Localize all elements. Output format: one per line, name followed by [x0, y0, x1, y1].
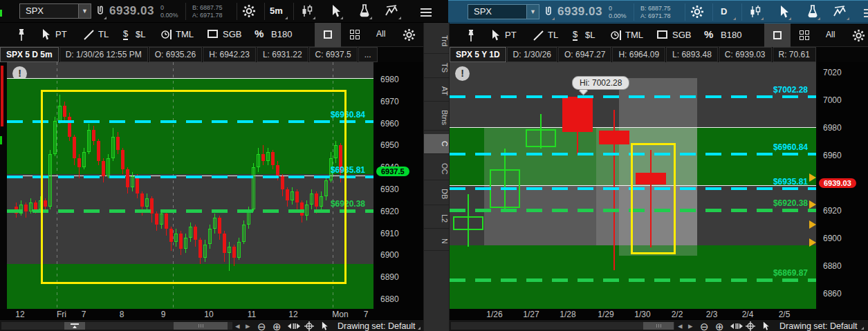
zoom-out-icon[interactable]: ⊖ — [257, 321, 266, 331]
chart-title[interactable]: SPX 5 D 5m — [0, 47, 59, 62]
single-chart-layout-button[interactable] — [315, 23, 341, 47]
chart-title[interactable]: SPX 5 Y 1D — [450, 47, 506, 62]
pt-cursor-icon[interactable] — [40, 28, 51, 41]
sgb-button[interactable]: SGB — [223, 29, 241, 39]
price-level-line[interactable] — [450, 278, 816, 282]
header-more[interactable]: ... — [358, 47, 378, 62]
trendline-icon[interactable] — [533, 30, 544, 41]
sl-button[interactable]: $L — [136, 29, 145, 39]
time-axis-right[interactable]: 1/261/271/281/291/302/22/32/42/5 — [450, 309, 868, 319]
gear-icon[interactable] — [242, 4, 256, 18]
price-chart-right[interactable]: ! $7002.28$6960.84$6935.81$6920.38$6869.… — [450, 62, 816, 309]
gear-icon[interactable] — [852, 29, 865, 42]
tab-btns[interactable]: Btns — [424, 105, 449, 131]
single-chart-layout-button[interactable] — [764, 23, 791, 48]
trendline-icon[interactable] — [83, 29, 95, 41]
scroll-left-icon[interactable]: ◂ — [235, 321, 240, 331]
tab-trd[interactable]: Trd — [424, 28, 449, 54]
cursor-arrow-icon[interactable] — [320, 321, 329, 331]
tab-l2[interactable]: L2 — [424, 209, 449, 229]
pt-cursor-icon[interactable] — [490, 29, 501, 41]
jump-to-end-button[interactable] — [64, 322, 85, 330]
gear-icon[interactable] — [690, 5, 704, 19]
alert-arrow-marker[interactable] — [809, 200, 816, 209]
time-scrollbar[interactable] — [451, 322, 674, 330]
chart-style-icon[interactable] — [300, 4, 314, 18]
b180-button[interactable]: B180 — [271, 29, 292, 39]
symbol-input[interactable]: SPX ▼ — [468, 4, 539, 19]
tl-button[interactable]: TL — [98, 29, 109, 39]
drawing-rectangle[interactable] — [41, 90, 347, 284]
menu-icon[interactable] — [421, 6, 432, 19]
cursor-tool-icon[interactable] — [329, 4, 342, 18]
crosshair-icon[interactable] — [304, 321, 314, 331]
alert-arrow-marker[interactable] — [809, 220, 816, 229]
percent-icon[interactable]: % — [255, 28, 264, 39]
chart-style-icon[interactable] — [748, 5, 762, 19]
symbol-input[interactable]: SPX ▼ — [19, 3, 91, 19]
drawing-set-label[interactable]: Drawing set: Default — [338, 321, 416, 331]
tl-button[interactable]: TL — [548, 30, 558, 40]
menu-icon[interactable] — [864, 7, 868, 19]
pan-icon[interactable] — [730, 322, 743, 330]
price-level-line[interactable] — [450, 95, 816, 98]
zoom-in-icon[interactable]: ⊕ — [273, 321, 281, 331]
pt-button[interactable]: PT — [55, 29, 67, 39]
time-scrollbar[interactable] — [1, 322, 232, 330]
pan-icon[interactable] — [288, 322, 300, 330]
price-axis-left[interactable]: 6980697069606950694069306920691069006890… — [376, 62, 423, 309]
price-axis-right[interactable]: 702070006980696069206900688068606939.03 — [818, 62, 868, 309]
timeframe-button[interactable]: D — [721, 6, 727, 17]
pin-icon[interactable] — [17, 28, 26, 41]
alert-arrow-marker[interactable] — [809, 173, 816, 182]
dollar-icon[interactable]: $ — [573, 29, 578, 41]
all-button[interactable]: All — [376, 29, 385, 39]
symbol-dropdown[interactable]: ▼ — [526, 5, 539, 19]
tml-button[interactable]: TML — [176, 29, 194, 39]
b180-button[interactable]: B180 — [721, 30, 741, 40]
scroll-right-icon[interactable]: ▸ — [246, 321, 250, 331]
all-button[interactable]: All — [826, 30, 835, 39]
pattern-icon[interactable] — [833, 5, 848, 19]
pattern-icon[interactable] — [385, 4, 400, 18]
symbol-dropdown[interactable]: ▼ — [78, 4, 91, 18]
grid-layout-icon[interactable] — [800, 30, 810, 41]
clock-icon[interactable] — [610, 29, 622, 41]
sgb-button[interactable]: SGB — [672, 30, 691, 40]
drawing-rectangle[interactable] — [631, 143, 676, 254]
gear-icon[interactable] — [403, 28, 416, 41]
crosshair-icon[interactable] — [746, 321, 755, 331]
timeframe-button[interactable]: 5m — [270, 6, 283, 16]
scroll-left-icon[interactable]: ◂ — [678, 321, 683, 331]
zoom-out-icon[interactable]: ⊖ — [700, 321, 709, 331]
tab-at[interactable]: AT — [424, 82, 449, 102]
pt-button[interactable]: PT — [505, 30, 517, 40]
warning-icon[interactable]: ! — [455, 66, 470, 81]
symbol-text[interactable]: SPX — [468, 5, 526, 19]
drawing-set-label[interactable]: Drawing set: Default — [779, 321, 858, 331]
tab-c[interactable]: C — [424, 134, 449, 154]
tab-n[interactable]: N — [424, 232, 449, 251]
tml-button[interactable]: TML — [625, 30, 643, 40]
scrollbar-handle[interactable] — [643, 322, 674, 330]
alert-arrow-marker[interactable] — [809, 238, 816, 247]
dollar-icon[interactable]: $ — [123, 28, 128, 40]
symbol-text[interactable]: SPX — [20, 4, 78, 18]
pin-icon[interactable] — [466, 29, 476, 42]
scroll-right-icon[interactable]: ▸ — [688, 321, 693, 331]
zoom-in-icon[interactable]: ⊕ — [715, 321, 724, 331]
cursor-tool-icon[interactable] — [777, 5, 790, 19]
percent-icon[interactable]: % — [704, 28, 713, 40]
clock-icon[interactable] — [160, 28, 173, 41]
scrollbar-handle[interactable] — [174, 322, 228, 330]
tab-db[interactable]: DB — [424, 184, 449, 205]
tab-oc[interactable]: OC — [424, 158, 449, 180]
grid-layout-icon[interactable] — [350, 30, 360, 40]
tab-ts[interactable]: TS — [424, 58, 449, 78]
time-axis-left[interactable]: 12Fri789101112Mon7 — [0, 309, 423, 319]
price-chart-left[interactable]: ! $6960.84$6935.81$6920.38 — [7, 62, 373, 309]
sl-button[interactable]: $L — [585, 30, 595, 40]
rectangle-icon[interactable] — [207, 30, 218, 38]
rectangle-icon[interactable] — [657, 30, 667, 39]
cursor-arrow-icon[interactable] — [761, 321, 770, 331]
